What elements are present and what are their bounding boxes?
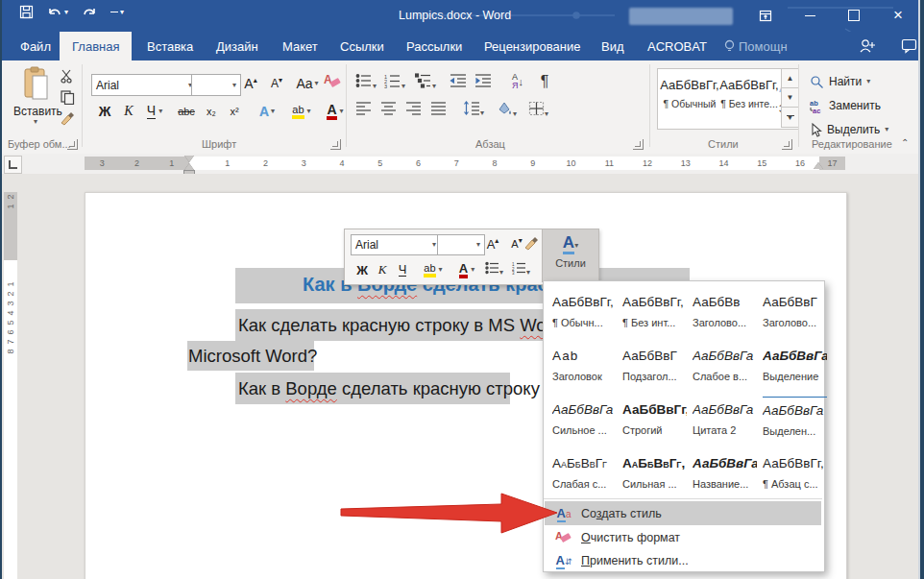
- document-paragraph-1-line2[interactable]: Microsoft Word?: [188, 346, 317, 367]
- panel-style-subtle-reference[interactable]: АаБбВвГгСлабая с...: [552, 450, 617, 498]
- minibar-format-painter-button[interactable]: [523, 235, 539, 254]
- document-paragraph-2[interactable]: Как в Ворде сделать красную строку: [238, 378, 540, 399]
- gallery-more-button[interactable]: ▼: [781, 108, 798, 128]
- bullets-button[interactable]: ▾: [355, 73, 377, 92]
- minibar-font-color-button[interactable]: А▾: [452, 259, 481, 280]
- justify-button[interactable]: [430, 101, 447, 119]
- panel-style-emphasis[interactable]: АаБбВвГаВыделение: [763, 343, 827, 391]
- panel-style-intense-quote[interactable]: АаБбВвГаВыделен...: [763, 397, 827, 445]
- underline-button[interactable]: Ч▾: [140, 101, 169, 122]
- tab-view[interactable]: Вид: [589, 32, 637, 60]
- bold-button[interactable]: Ж: [94, 101, 115, 122]
- font-size-combobox[interactable]: ▾: [191, 74, 241, 96]
- italic-button[interactable]: К: [119, 101, 138, 122]
- font-dialog-launcher[interactable]: [330, 139, 341, 150]
- gallery-scroll-up-button[interactable]: ▲: [781, 69, 798, 88]
- customize-quick-access-button[interactable]: ▾: [110, 9, 124, 16]
- tab-references[interactable]: Ссылки: [328, 32, 397, 60]
- sort-button[interactable]: А Я ↓: [505, 71, 530, 92]
- minibar-italic-button[interactable]: К: [374, 259, 391, 280]
- numbering-button[interactable]: 123 ▾: [384, 73, 405, 92]
- first-line-indent-marker[interactable]: [184, 156, 194, 162]
- panel-style-subtitle[interactable]: АаБбВвГПодзагол...: [622, 343, 687, 391]
- comments-button[interactable]: [901, 38, 918, 58]
- panel-style-normal[interactable]: АаБбВвГг,¶ Обычн...: [552, 289, 617, 337]
- tab-insert[interactable]: Вставка: [134, 32, 206, 60]
- show-marks-button[interactable]: ¶: [534, 71, 555, 92]
- panel-style-heading2[interactable]: АаБбВвГЗаголово...: [763, 289, 827, 337]
- tab-layout[interactable]: Макет: [270, 32, 330, 60]
- minibar-styles-button[interactable]: А▾ Стили: [542, 229, 598, 282]
- undo-button[interactable]: ▾: [47, 6, 68, 19]
- save-button[interactable]: [19, 5, 34, 19]
- gallery-scroll-down-button[interactable]: ▼: [781, 88, 798, 108]
- tab-mailings[interactable]: Рассылки: [394, 32, 474, 60]
- align-center-button[interactable]: [380, 101, 397, 119]
- shrink-font-button[interactable]: A▾: [265, 73, 288, 94]
- styles-dialog-launcher[interactable]: [782, 139, 792, 150]
- minibar-bold-button[interactable]: Ж: [353, 259, 372, 280]
- maximize-button[interactable]: [838, 4, 870, 27]
- copy-button[interactable]: [60, 89, 75, 109]
- style-no-spacing[interactable]: АаБбВвГг, ¶ Без инте...: [719, 69, 779, 125]
- paragraph-dialog-launcher[interactable]: [633, 139, 644, 150]
- cut-button[interactable]: [60, 68, 75, 87]
- minimize-button[interactable]: [793, 4, 826, 27]
- replace-button[interactable]: ab ac Заменить: [810, 96, 881, 115]
- tab-home[interactable]: Главная: [60, 32, 132, 60]
- ribbon-display-options-button[interactable]: [749, 4, 782, 27]
- tab-file[interactable]: Файл: [8, 32, 63, 60]
- panel-style-intense-emphasis[interactable]: АаБбВвГаСильное ...: [552, 397, 617, 445]
- close-button[interactable]: ×: [882, 4, 914, 27]
- decrease-indent-button[interactable]: [450, 73, 467, 92]
- minibar-grow-font-button[interactable]: A▴: [481, 233, 504, 254]
- superscript-button[interactable]: x²: [224, 101, 245, 122]
- minibar-highlight-button[interactable]: ab▾: [418, 259, 449, 280]
- minibar-font-name-combobox[interactable]: Arial ▾: [351, 234, 441, 255]
- menu-item-create-style[interactable]: Аа Создать стиль: [545, 501, 821, 525]
- text-effects-button[interactable]: А▾: [253, 101, 281, 122]
- right-indent-marker[interactable]: [814, 162, 823, 169]
- format-painter-button[interactable]: [60, 110, 75, 130]
- text-highlight-button[interactable]: ab▾: [285, 101, 318, 122]
- redo-button[interactable]: [82, 6, 97, 19]
- tab-stop-selector[interactable]: [4, 156, 22, 174]
- tab-review[interactable]: Рецензирование: [472, 32, 593, 60]
- select-button[interactable]: Выделить ▾: [810, 120, 888, 139]
- shading-button[interactable]: ▾: [496, 101, 517, 120]
- menu-item-apply-styles[interactable]: А⇵ Применить стили...: [545, 548, 821, 572]
- collapse-ribbon-button[interactable]: ⌃: [901, 137, 909, 148]
- panel-style-no-spacing[interactable]: АаБбВвГг,¶ Без инт...: [622, 289, 687, 337]
- panel-style-title[interactable]: АаbЗаголовок: [552, 343, 617, 391]
- hanging-indent-marker[interactable]: [184, 163, 194, 170]
- align-left-button[interactable]: [355, 101, 372, 119]
- line-spacing-button[interactable]: ▾: [463, 101, 484, 119]
- subscript-button[interactable]: x₂: [201, 101, 222, 122]
- clear-formatting-button[interactable]: A: [324, 72, 341, 93]
- minibar-font-size-combobox[interactable]: ▾: [437, 234, 485, 255]
- tab-acrobat[interactable]: ACROBAT: [635, 32, 719, 60]
- panel-style-quote2[interactable]: АаБбВвГаЦитата 2: [693, 397, 757, 445]
- menu-item-clear-formatting[interactable]: A Очистить формат: [545, 525, 821, 549]
- paste-button[interactable]: Вставить ▾: [13, 66, 58, 135]
- tab-design[interactable]: Дизайн: [204, 32, 271, 60]
- minibar-numbering-button[interactable]: 123 ▾: [512, 261, 530, 278]
- minibar-bullets-button[interactable]: ▾: [485, 261, 503, 278]
- panel-style-subtle-emphasis[interactable]: АаБбВвГаСлабое в...: [693, 343, 757, 391]
- share-contact-button[interactable]: [858, 37, 877, 59]
- font-name-combobox[interactable]: Arial ▾: [91, 74, 197, 96]
- style-normal[interactable]: АаБбВвГг, ¶ Обычный: [660, 69, 719, 125]
- panel-style-intense-reference[interactable]: АаБбВвГг,Сильная ...: [622, 450, 687, 498]
- strikethrough-button[interactable]: abc: [174, 101, 199, 122]
- clipboard-dialog-launcher[interactable]: [67, 139, 78, 150]
- align-right-button[interactable]: [405, 101, 422, 119]
- grow-font-button[interactable]: A▴: [239, 73, 262, 94]
- panel-style-strong[interactable]: АаБбВвГг,Строгий: [622, 397, 687, 445]
- increase-indent-button[interactable]: [474, 73, 492, 92]
- change-case-button[interactable]: Aa▾: [293, 73, 322, 94]
- panel-style-list-paragraph[interactable]: АаБбВвГг,¶ Абзац с...: [763, 450, 827, 498]
- multilevel-list-button[interactable]: ▾: [415, 73, 436, 92]
- minibar-underline-button[interactable]: Ч: [393, 259, 412, 280]
- borders-button[interactable]: ▾: [528, 101, 548, 120]
- panel-style-heading1[interactable]: АаБбВвЗаголово...: [693, 289, 757, 337]
